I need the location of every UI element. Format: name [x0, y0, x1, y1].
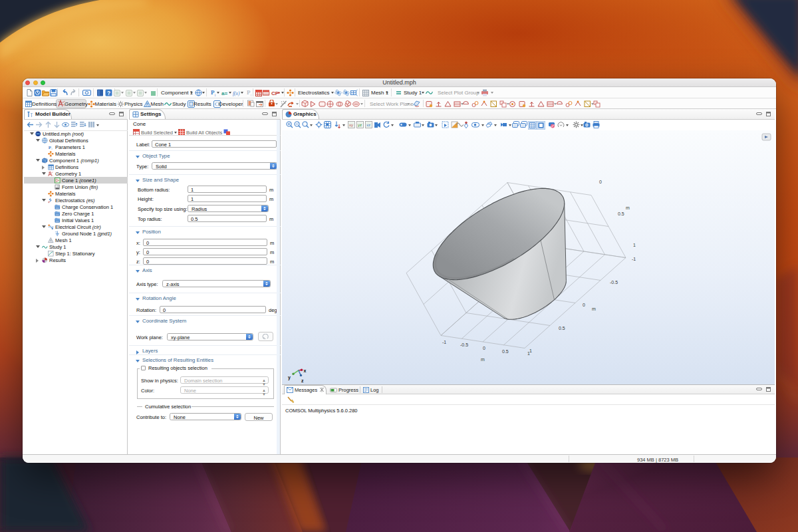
svg-text:P: P: [49, 145, 51, 150]
svg-text:m: m: [592, 307, 596, 311]
svg-text:f(x): f(x): [233, 90, 240, 96]
svg-text:i: i: [52, 148, 53, 150]
svg-text:a=: a=: [221, 90, 227, 96]
svg-text:0: 0: [599, 180, 602, 184]
svg-text:y: y: [288, 375, 291, 380]
svg-text:-0.5: -0.5: [460, 342, 468, 347]
svg-text:m: m: [481, 357, 485, 362]
svg-text:1: 1: [527, 351, 530, 356]
svg-text:i: i: [251, 93, 251, 97]
svg-text:yz: yz: [358, 123, 362, 127]
svg-text:-1: -1: [632, 257, 636, 261]
svg-text:-1: -1: [442, 340, 446, 344]
svg-text:?: ?: [107, 90, 110, 96]
svg-text:0.5: 0.5: [559, 326, 565, 331]
svg-text:1: 1: [633, 243, 636, 247]
svg-text:xz: xz: [366, 123, 370, 127]
svg-text:xy: xy: [349, 123, 353, 127]
svg-text:i: i: [215, 93, 215, 97]
svg-text:z: z: [301, 378, 304, 383]
svg-text:-0.5: -0.5: [610, 280, 618, 285]
svg-text:m: m: [626, 205, 630, 210]
svg-text:0.5: 0.5: [502, 349, 509, 354]
svg-text:0: 0: [483, 346, 485, 350]
svg-text:0: 0: [583, 303, 585, 307]
svg-text:x: x: [304, 368, 307, 373]
svg-text:0.5: 0.5: [618, 211, 624, 216]
